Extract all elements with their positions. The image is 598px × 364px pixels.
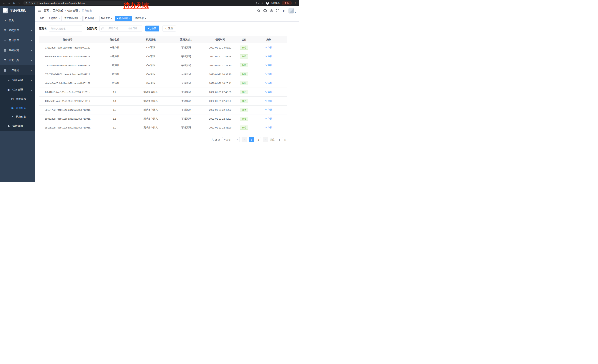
sidebar-item-task-management[interactable]: ▣ 任务管理 ▴ [0, 85, 35, 95]
sidebar-item-system[interactable]: ⚙ 系统管理 ▾ [0, 25, 35, 35]
close-tab-icon[interactable]: × [95, 17, 97, 20]
close-tab-icon[interactable]: × [58, 17, 60, 20]
sidebar-item-my-process[interactable]: ✉ 我的流程 [0, 95, 35, 104]
table-row: 381aa1dd-7ac8-11ec-a9e2-a2380e71991a 1.2… [39, 123, 287, 132]
app-header: 首页 / 工作流程 / 任务管理 / 待办任务 ? TT ▾ [35, 6, 299, 15]
approve-link[interactable]: ✎ 审批 [265, 73, 272, 76]
breadcrumb-item[interactable]: 任务管理 [67, 9, 78, 12]
status-badge: 激活 [240, 54, 248, 59]
browser-menu-icon[interactable]: ⋮ [294, 2, 297, 5]
process-name-input[interactable] [49, 25, 82, 32]
bookmark-star-icon[interactable]: ☆ [261, 2, 263, 4]
approve-link[interactable]: ✎ 审批 [265, 46, 272, 49]
sidebar-item-todo-tasks[interactable]: ◉ 待办任务 [0, 104, 35, 112]
approve-link[interactable]: ✎ 审批 [265, 64, 272, 67]
initiator-cell: 芋道源码 [169, 70, 204, 79]
breadcrumb-item[interactable]: 工作流程 [53, 9, 63, 12]
tab-label: 已办任务 [85, 17, 94, 20]
task-id-cell: 8f0d1619-7ac8-11ec-a9e2-a2380e71991a [39, 88, 96, 97]
next-page-button[interactable]: › [263, 137, 268, 142]
close-tab-icon[interactable]: × [79, 17, 81, 20]
sidebar-item-process-management[interactable]: ≡ 流程管理 ▾ [0, 75, 35, 85]
address-bar[interactable]: ⚠ 不安全 | dashboard.yudao.iocoder.cn/bpm/t… [23, 1, 127, 5]
not-secure-icon: ⚠ [25, 2, 28, 4]
reload-icon[interactable]: ↻ [13, 2, 15, 4]
sidebar-item-label: 支付管理 [9, 39, 19, 42]
task-id-cell: 73211d9d-7b9b-11ec-b5b7-acde48001122 [39, 43, 96, 52]
create-time-cell: 2022-01-22 21:37:30 [204, 61, 237, 70]
reset-button[interactable]: ↻ 重置 [162, 25, 176, 32]
sidebar-item-done-tasks[interactable]: ✔ 已办任务 [0, 112, 35, 121]
workflow-submenu: ≡ 流程管理 ▾ ▣ 任务管理 ▴ ✉ 我的流程 ◉ 待办任务 ✔ 已办任务 请… [0, 75, 35, 131]
view-tab[interactable]: 流程详情 × [133, 16, 148, 21]
page-button-1[interactable]: 1 [249, 137, 254, 142]
sidebar-item-infrastructure[interactable]: ▤ 基础设施 ▾ [0, 45, 35, 55]
approve-link[interactable]: ✎ 审批 [265, 55, 272, 58]
sidebar-item-devtools[interactable]: ⚒ 研发工具 ▾ [0, 55, 35, 65]
task-table: 任务编号 任务名称 所属流程 流程发起人 创建时间 状态 操作 73211d9d… [39, 36, 287, 132]
view-tab[interactable]: 我的流程 × [99, 16, 114, 21]
approve-link[interactable]: ✎ 审批 [265, 117, 272, 120]
sidebar-toggle-icon[interactable] [38, 10, 41, 12]
person-icon [7, 125, 10, 128]
task-name-cell: 1.1 [96, 97, 133, 105]
sidebar-item-label: 工作流程 [9, 69, 19, 72]
view-tab[interactable]: 发起流程 × [47, 16, 62, 21]
sidebar-item-workflow[interactable]: ▦ 工作流程 ▴ [0, 65, 35, 75]
browser-home-icon[interactable]: ⌂ [18, 2, 20, 4]
font-size-icon[interactable]: TT [282, 9, 285, 12]
fullscreen-icon[interactable] [276, 9, 279, 12]
user-menu[interactable]: ▾ [288, 8, 296, 14]
caret-down-icon: ▾ [295, 12, 296, 14]
create-time-cell: 2022-01-22 23:53:32 [204, 43, 237, 52]
prev-page-button[interactable]: ‹ [241, 137, 247, 142]
search-button[interactable]: 搜索 [145, 25, 159, 32]
key-icon[interactable] [256, 2, 259, 5]
close-tab-icon[interactable]: × [129, 17, 131, 20]
app-logo-row[interactable]: 芋道管理系统 [0, 6, 35, 15]
view-tab[interactable]: 待办任务 × [115, 16, 132, 21]
process-cell: 测试多审批人 [133, 88, 169, 97]
view-tab[interactable]: 流程表单-编辑 × [63, 16, 83, 21]
github-icon[interactable] [263, 9, 267, 12]
back-icon[interactable]: ← [2, 2, 5, 4]
initiator-cell: 芋道源码 [169, 123, 204, 132]
status-badge: 激活 [240, 99, 248, 103]
goto-page-input[interactable] [276, 137, 283, 142]
help-icon[interactable]: ? [270, 9, 273, 12]
pagination: 共 16 条 10条/页 ▼ ‹ 1 2 › 前往 页 [39, 137, 287, 142]
date-range-picker[interactable]: 开始日期 - 结束日期 [99, 25, 142, 32]
table-row: 8f0d1619-7ac8-11ec-a9e2-a2380e71991a 1.2… [39, 88, 287, 97]
approve-link[interactable]: ✎ 审批 [265, 90, 272, 94]
table-row: 580e1b3d-7ac8-11ec-a9e2-a2380e71991a 1.1… [39, 114, 287, 123]
page-size-select[interactable]: 10条/页 ▼ [222, 137, 240, 142]
view-tab[interactable]: 首页 [38, 16, 46, 21]
url-text: dashboard.yudao.iocoder.cn/bpm/task/todo [39, 2, 85, 4]
sidebar-item-label: 系统管理 [9, 29, 19, 32]
process-cell: 测试多审批人 [133, 105, 169, 114]
approve-link[interactable]: ✎ 审批 [265, 99, 272, 103]
approve-link[interactable]: ✎ 审批 [265, 126, 272, 129]
sidebar-item-payment[interactable]: ¥ 支付管理 ▾ [0, 35, 35, 45]
breadcrumb-item[interactable]: 首页 [44, 9, 49, 12]
tab-label: 待办任务 [119, 17, 128, 20]
page-button-2[interactable]: 2 [256, 137, 261, 142]
approve-link[interactable]: ✎ 审批 [265, 81, 272, 85]
chevron-down-icon: ▾ [31, 49, 32, 51]
tab-label: 发起流程 [49, 17, 58, 20]
update-button[interactable]: 更新 [282, 1, 291, 5]
forward-icon[interactable]: → [8, 2, 10, 4]
view-tab[interactable]: 已办任务 × [83, 16, 98, 21]
active-dot [117, 18, 118, 19]
approve-link[interactable]: ✎ 审批 [265, 108, 272, 112]
close-tab-icon[interactable]: × [111, 17, 112, 20]
security-label: 不安全 [29, 1, 36, 5]
sidebar-item-leave-query[interactable]: 请假查询 [0, 121, 35, 131]
message-icon: ✉ [11, 97, 14, 101]
sidebar-item-home[interactable]: ◔ 首页 [0, 15, 35, 25]
process-cell: OA 请假 [133, 43, 169, 52]
close-tab-icon[interactable]: × [145, 17, 146, 20]
task-name-cell: 一级审批 [96, 43, 133, 52]
col-status: 状态 [237, 36, 251, 43]
search-icon[interactable] [257, 9, 260, 12]
